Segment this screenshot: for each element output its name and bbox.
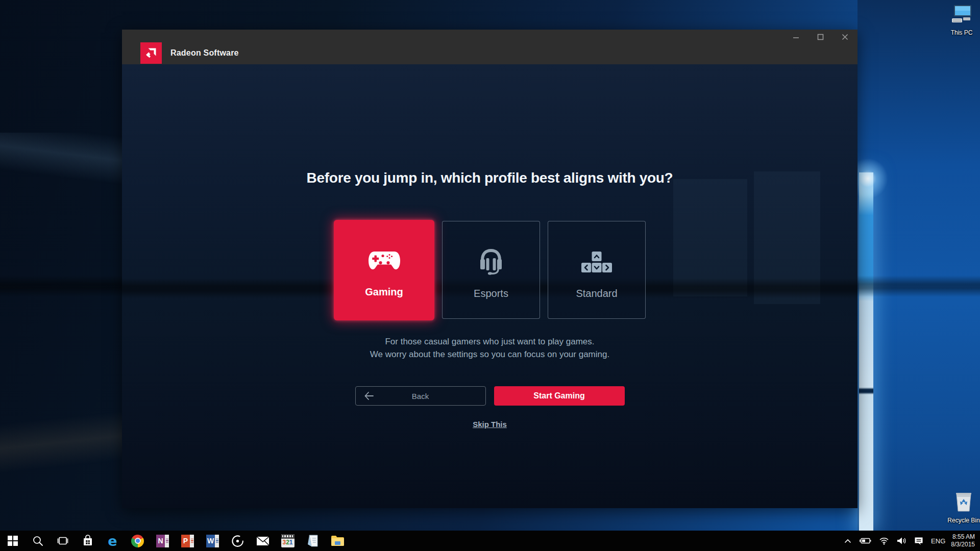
start-gaming-label: Start Gaming — [533, 391, 584, 400]
description-line-1: For those casual gamers who just want to… — [122, 335, 857, 348]
this-pc-label: This PC — [940, 29, 980, 36]
taskbar-apps: e N P W — [0, 531, 350, 551]
volume-icon[interactable] — [895, 531, 909, 551]
window-content: Before you jump in, which profile best a… — [122, 64, 857, 508]
mpc-digit-1: 1 — [289, 539, 293, 546]
edge-icon[interactable]: e — [100, 531, 125, 551]
envelope-icon — [256, 536, 270, 546]
chrome-logo — [131, 535, 144, 547]
window-titlebar: Radeon Software — [122, 30, 857, 64]
start-gaming-button[interactable]: Start Gaming — [494, 386, 625, 406]
profile-card-label: Standard — [576, 288, 617, 299]
start-button[interactable] — [0, 531, 25, 551]
this-pc-desktop-icon[interactable]: This PC — [940, 4, 980, 36]
windows-logo-icon — [8, 536, 18, 546]
notification-icon[interactable] — [912, 531, 925, 551]
folder-icon — [331, 535, 345, 546]
tray-chevron-icon[interactable] — [842, 531, 853, 551]
profile-description: For those casual gamers who just want to… — [122, 335, 857, 361]
description-line-2: We worry about the settings so you can f… — [122, 348, 857, 361]
profile-card-label: Esports — [474, 288, 508, 299]
amd-radeon-logo — [140, 42, 162, 64]
left-arrow-icon — [364, 391, 374, 402]
skip-this-container: Skip This — [122, 420, 857, 429]
close-button[interactable] — [836, 31, 853, 43]
onenote-letter: N — [156, 535, 165, 547]
search-button[interactable] — [25, 531, 50, 551]
word-letter: W — [206, 535, 215, 547]
recycle-bin-desktop-icon[interactable]: Recycle Bin — [942, 490, 980, 524]
chrome-icon[interactable] — [125, 531, 150, 551]
profile-card-gaming[interactable]: Gaming — [334, 220, 434, 320]
language-indicator[interactable]: ENG — [929, 531, 947, 551]
battery-icon[interactable] — [857, 531, 873, 551]
taskbar: e N P W — [0, 531, 980, 551]
window-controls — [780, 31, 853, 43]
task-view-icon — [57, 536, 69, 545]
powerpoint-tile: P — [181, 535, 194, 547]
recycle-bin-label: Recycle Bin — [942, 517, 980, 524]
mpc-digit-2: 2 — [286, 539, 289, 546]
maximize-button[interactable] — [812, 31, 829, 43]
word-icon[interactable]: W — [200, 531, 225, 551]
gamepad-icon — [368, 244, 401, 277]
onenote-icon[interactable]: N — [150, 531, 175, 551]
wifi-icon[interactable] — [877, 531, 891, 551]
minimize-button[interactable] — [787, 31, 804, 43]
circle-disc-icon — [231, 535, 244, 547]
arrow-keys-icon — [581, 246, 612, 279]
profile-cards: Gaming Esports — [122, 219, 857, 321]
task-view-button[interactable] — [50, 531, 75, 551]
mpc-clapper: 321 — [281, 534, 295, 547]
search-icon — [32, 535, 43, 546]
profile-card-standard[interactable]: Standard — [548, 221, 646, 319]
page-title: Before you jump in, which profile best a… — [122, 170, 857, 186]
back-button-label: Back — [412, 392, 429, 400]
wallpaper-glow-pane — [859, 172, 873, 531]
media-app-icon[interactable] — [225, 531, 250, 551]
window-title: Radeon Software — [170, 48, 239, 58]
mail-icon[interactable] — [250, 531, 275, 551]
radeon-software-window: Radeon Software Before you jump in, whic… — [122, 30, 857, 508]
powerpoint-letter: P — [181, 535, 190, 547]
edge-e-glyph: e — [108, 534, 117, 548]
back-button[interactable]: Back — [355, 386, 486, 406]
tray-clock[interactable]: 8:55 AM 8/3/2015 — [951, 533, 978, 548]
powerpoint-icon[interactable]: P — [175, 531, 200, 551]
store-bag-icon — [82, 535, 93, 547]
windows-store-icon[interactable] — [75, 531, 100, 551]
word-tile: W — [206, 535, 219, 547]
notepad-icon[interactable] — [300, 531, 325, 551]
mpc-player-icon[interactable]: 321 — [275, 531, 300, 551]
action-buttons: Back Start Gaming — [122, 386, 857, 406]
computer-icon — [950, 4, 973, 26]
skip-this-link[interactable]: Skip This — [473, 420, 507, 429]
file-explorer-icon[interactable] — [325, 531, 350, 551]
profile-card-label: Gaming — [365, 286, 403, 298]
tray-date: 8/3/2015 — [951, 541, 975, 548]
headset-icon — [476, 246, 506, 279]
tray-time: 8:55 AM — [951, 533, 975, 541]
recycle-bin-icon — [952, 490, 975, 513]
profile-card-esports[interactable]: Esports — [442, 221, 540, 319]
onenote-tile: N — [156, 535, 169, 547]
notepad-page-icon — [307, 534, 319, 547]
system-tray: ENG 8:55 AM 8/3/2015 — [842, 531, 980, 551]
